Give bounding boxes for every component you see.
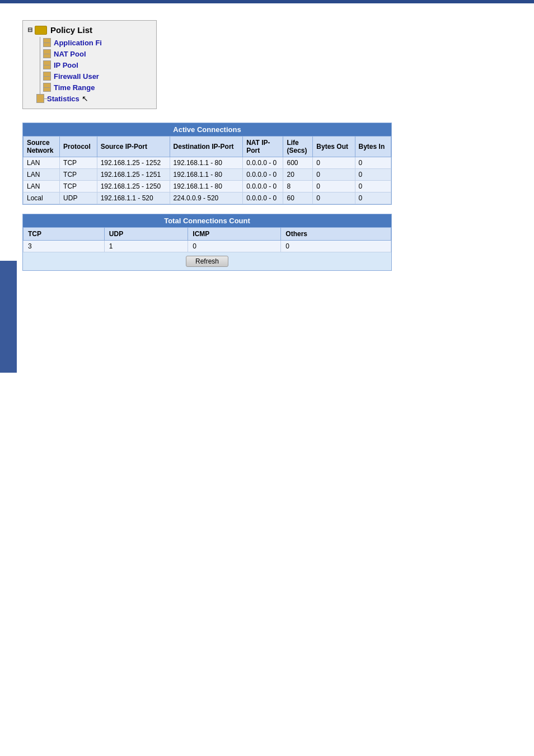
policy-tree: ⊟ Policy List Application Fi NAT Pool IP… <box>22 20 157 109</box>
cell-source-ip-port: 192.168.1.25 - 1252 <box>97 157 170 169</box>
cell-bytes-out: 0 <box>313 181 355 192</box>
tree-item-nat-pool[interactable]: NAT Pool <box>27 48 152 59</box>
tree-item-ip-pool[interactable]: IP Pool <box>27 59 152 71</box>
doc-icon-statistics <box>36 94 44 103</box>
cell-source-ip-port: 192.168.1.25 - 1251 <box>97 169 170 181</box>
doc-icon <box>43 49 51 58</box>
tree-item-label-time-range: Time Range <box>54 83 95 92</box>
count-tcp: 3 <box>24 241 105 252</box>
tree-item-label-statistics: Statistics <box>47 95 79 103</box>
col-protocol: Protocol <box>60 137 97 157</box>
tree-item-label-ip-pool: IP Pool <box>54 61 78 69</box>
tree-item-time-range[interactable]: Time Range <box>27 82 152 93</box>
doc-icon <box>43 60 51 69</box>
cell-protocol: TCP <box>60 169 97 181</box>
collapse-icon[interactable]: ⊟ <box>27 26 32 34</box>
col-udp: UDP <box>104 228 188 241</box>
col-dest-ip-port: Destination IP-Port <box>170 137 243 157</box>
total-connections-header: Total Connections Count <box>23 214 391 227</box>
left-sidebar <box>0 261 17 373</box>
cell-source-network: LAN <box>24 157 60 169</box>
table-row: LAN TCP 192.168.1.25 - 1250 192.168.1.1 … <box>24 181 391 192</box>
col-source-ip-port: Source IP-Port <box>97 137 170 157</box>
col-bytes-in: Bytes In <box>355 137 391 157</box>
tree-root[interactable]: ⊟ Policy List <box>27 25 152 35</box>
tree-container: Application Fi NAT Pool IP Pool Firewall… <box>27 37 152 104</box>
total-count-row: 3 1 0 0 <box>24 241 391 252</box>
cell-nat-ip-port: 0.0.0.0 - 0 <box>243 192 283 204</box>
col-tcp: TCP <box>24 228 105 241</box>
cell-nat-ip-port: 0.0.0.0 - 0 <box>243 157 283 169</box>
cell-bytes-in: 0 <box>355 169 391 181</box>
tree-root-label: Policy List <box>50 25 92 35</box>
cell-bytes-in: 0 <box>355 192 391 204</box>
cell-nat-ip-port: 0.0.0.0 - 0 <box>243 169 283 181</box>
cell-source-network: Local <box>24 192 60 204</box>
cell-bytes-out: 0 <box>313 169 355 181</box>
cursor-icon: ↖ <box>82 94 88 103</box>
cell-bytes-in: 0 <box>355 157 391 169</box>
table-row: LAN TCP 192.168.1.25 - 1252 192.168.1.1 … <box>24 157 391 169</box>
cell-bytes-in: 0 <box>355 181 391 192</box>
cell-bytes-out: 0 <box>313 192 355 204</box>
cell-dest-ip-port: 192.168.1.1 - 80 <box>170 157 243 169</box>
refresh-row: Refresh <box>23 252 391 270</box>
cell-source-ip-port: 192.168.1.25 - 1250 <box>97 181 170 192</box>
table-row: LAN TCP 192.168.1.25 - 1251 192.168.1.1 … <box>24 169 391 181</box>
cell-life: 600 <box>283 157 313 169</box>
tree-item-label-firewall-user: Firewall User <box>54 72 99 81</box>
refresh-button[interactable]: Refresh <box>186 256 228 267</box>
active-connections-table-container: Active Connections SourceNetwork Protoco… <box>22 123 392 205</box>
cell-dest-ip-port: 224.0.0.9 - 520 <box>170 192 243 204</box>
cell-bytes-out: 0 <box>313 157 355 169</box>
count-udp: 1 <box>104 241 188 252</box>
cell-life: 20 <box>283 169 313 181</box>
cell-protocol: TCP <box>60 181 97 192</box>
cell-source-ip-port: 192.168.1.1 - 520 <box>97 192 170 204</box>
active-connections-table: SourceNetwork Protocol Source IP-Port De… <box>23 136 391 204</box>
col-others: Others <box>281 228 391 241</box>
cell-life: 60 <box>283 192 313 204</box>
total-connections-table-container: Total Connections Count TCP UDP ICMP Oth… <box>22 214 392 271</box>
active-connections-section: Active Connections SourceNetwork Protoco… <box>22 123 512 271</box>
count-others: 0 <box>281 241 391 252</box>
cell-dest-ip-port: 192.168.1.1 - 80 <box>170 169 243 181</box>
doc-icon <box>43 38 51 47</box>
col-life: Life(Secs) <box>283 137 313 157</box>
tree-item-label-application-filter: Application Fi <box>54 39 102 47</box>
cell-life: 8 <box>283 181 313 192</box>
col-source-network: SourceNetwork <box>24 137 60 157</box>
tree-item-label-nat-pool: NAT Pool <box>54 50 86 58</box>
col-bytes-out: Bytes Out <box>313 137 355 157</box>
active-connections-header: Active Connections <box>23 123 391 136</box>
cell-dest-ip-port: 192.168.1.1 - 80 <box>170 181 243 192</box>
table-row: Local UDP 192.168.1.1 - 520 224.0.0.9 - … <box>24 192 391 204</box>
tree-item-application-filter[interactable]: Application Fi <box>27 37 152 48</box>
total-connections-table: TCP UDP ICMP Others 3 1 0 0 <box>23 227 391 252</box>
col-icmp: ICMP <box>188 228 281 241</box>
cell-source-network: LAN <box>24 169 60 181</box>
cell-protocol: TCP <box>60 157 97 169</box>
tree-item-firewall-user[interactable]: Firewall User <box>27 71 152 82</box>
cell-protocol: UDP <box>60 192 97 204</box>
doc-icon <box>43 72 51 81</box>
tree-item-statistics[interactable]: Statistics ↖ <box>27 93 152 104</box>
cell-nat-ip-port: 0.0.0.0 - 0 <box>243 181 283 192</box>
count-icmp: 0 <box>188 241 281 252</box>
doc-icon <box>43 83 51 92</box>
cell-source-network: LAN <box>24 181 60 192</box>
folder-icon <box>35 26 47 35</box>
col-nat-ip-port: NAT IP-Port <box>243 137 283 157</box>
